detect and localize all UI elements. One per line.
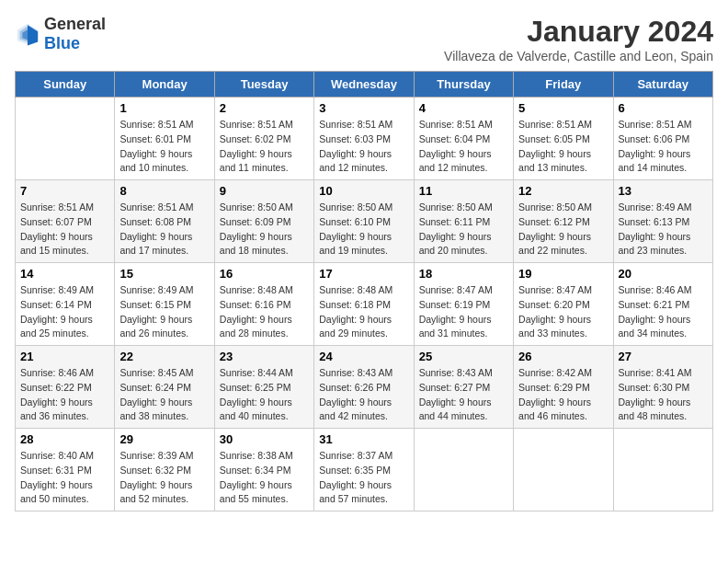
calendar-cell: 9Sunrise: 8:50 AMSunset: 6:09 PMDaylight… <box>214 180 313 263</box>
day-number: 7 <box>20 184 109 198</box>
day-number: 28 <box>20 432 109 446</box>
day-number: 23 <box>220 350 309 363</box>
logo-text: General Blue <box>44 15 106 53</box>
day-info: Sunrise: 8:37 AMSunset: 6:35 PMDaylight:… <box>319 449 408 507</box>
day-number: 9 <box>220 184 309 198</box>
day-info: Sunrise: 8:45 AMSunset: 6:24 PMDaylight:… <box>119 366 209 424</box>
main-title: January 2024 <box>444 15 713 49</box>
calendar-cell: 30Sunrise: 8:38 AMSunset: 6:34 PMDayligh… <box>214 429 313 511</box>
day-info: Sunrise: 8:44 AMSunset: 6:25 PMDaylight:… <box>220 366 309 424</box>
calendar-cell: 26Sunrise: 8:42 AMSunset: 6:29 PMDayligh… <box>514 346 613 429</box>
day-info: Sunrise: 8:47 AMSunset: 6:19 PMDaylight:… <box>419 283 508 341</box>
day-number: 26 <box>518 350 608 363</box>
day-number: 29 <box>119 432 209 446</box>
calendar-cell: 31Sunrise: 8:37 AMSunset: 6:35 PMDayligh… <box>314 429 414 511</box>
calendar-week-row: 28Sunrise: 8:40 AMSunset: 6:31 PMDayligh… <box>16 429 713 511</box>
day-info: Sunrise: 8:43 AMSunset: 6:26 PMDaylight:… <box>319 366 408 424</box>
weekday-header: Thursday <box>414 72 513 98</box>
day-info: Sunrise: 8:40 AMSunset: 6:31 PMDaylight:… <box>20 449 109 507</box>
day-info: Sunrise: 8:50 AMSunset: 6:09 PMDaylight:… <box>220 201 309 259</box>
day-number: 21 <box>20 350 109 363</box>
day-info: Sunrise: 8:38 AMSunset: 6:34 PMDaylight:… <box>220 449 309 507</box>
weekday-header: Monday <box>115 72 214 98</box>
logo-icon <box>15 21 40 47</box>
day-number: 12 <box>518 184 608 198</box>
day-number: 2 <box>220 101 309 115</box>
day-info: Sunrise: 8:49 AMSunset: 6:13 PMDaylight:… <box>619 201 708 259</box>
day-number: 3 <box>319 101 408 115</box>
day-number: 24 <box>319 350 408 363</box>
weekday-header: Friday <box>514 72 613 98</box>
calendar-cell: 29Sunrise: 8:39 AMSunset: 6:32 PMDayligh… <box>115 429 214 511</box>
weekday-header: Saturday <box>613 72 712 98</box>
calendar-table: SundayMondayTuesdayWednesdayThursdayFrid… <box>15 71 713 511</box>
calendar-cell: 7Sunrise: 8:51 AMSunset: 6:07 PMDaylight… <box>16 180 115 263</box>
day-info: Sunrise: 8:50 AMSunset: 6:11 PMDaylight:… <box>419 201 508 259</box>
day-info: Sunrise: 8:51 AMSunset: 6:05 PMDaylight:… <box>518 118 608 176</box>
calendar-body: 1Sunrise: 8:51 AMSunset: 6:01 PMDaylight… <box>16 98 713 511</box>
calendar-cell: 20Sunrise: 8:46 AMSunset: 6:21 PMDayligh… <box>613 263 712 346</box>
day-info: Sunrise: 8:47 AMSunset: 6:20 PMDaylight:… <box>518 283 608 341</box>
calendar-week-row: 21Sunrise: 8:46 AMSunset: 6:22 PMDayligh… <box>16 346 713 429</box>
subtitle: Villaveza de Valverde, Castille and Leon… <box>444 49 713 63</box>
calendar-cell <box>613 429 712 511</box>
day-number: 16 <box>220 267 309 281</box>
calendar-cell <box>414 429 513 511</box>
calendar-week-row: 7Sunrise: 8:51 AMSunset: 6:07 PMDaylight… <box>16 180 713 263</box>
calendar-cell: 28Sunrise: 8:40 AMSunset: 6:31 PMDayligh… <box>16 429 115 511</box>
calendar-cell: 17Sunrise: 8:48 AMSunset: 6:18 PMDayligh… <box>314 263 414 346</box>
day-number: 8 <box>119 184 209 198</box>
calendar-cell: 25Sunrise: 8:43 AMSunset: 6:27 PMDayligh… <box>414 346 513 429</box>
day-number: 11 <box>419 184 508 198</box>
day-number: 13 <box>619 184 708 198</box>
day-info: Sunrise: 8:39 AMSunset: 6:32 PMDaylight:… <box>119 449 209 507</box>
day-info: Sunrise: 8:41 AMSunset: 6:30 PMDaylight:… <box>619 366 708 424</box>
day-info: Sunrise: 8:51 AMSunset: 6:04 PMDaylight:… <box>419 118 508 176</box>
calendar-cell: 4Sunrise: 8:51 AMSunset: 6:04 PMDaylight… <box>414 98 513 180</box>
day-number: 6 <box>619 101 708 115</box>
day-number: 27 <box>619 350 708 363</box>
calendar-cell: 23Sunrise: 8:44 AMSunset: 6:25 PMDayligh… <box>214 346 313 429</box>
calendar-cell: 6Sunrise: 8:51 AMSunset: 6:06 PMDaylight… <box>613 98 712 180</box>
day-info: Sunrise: 8:49 AMSunset: 6:15 PMDaylight:… <box>119 283 209 341</box>
calendar-week-row: 14Sunrise: 8:49 AMSunset: 6:14 PMDayligh… <box>16 263 713 346</box>
day-info: Sunrise: 8:51 AMSunset: 6:01 PMDaylight:… <box>119 118 209 176</box>
day-number: 15 <box>119 267 209 281</box>
calendar-cell: 1Sunrise: 8:51 AMSunset: 6:01 PMDaylight… <box>115 98 214 180</box>
weekday-header: Wednesday <box>314 72 414 98</box>
day-number: 22 <box>119 350 209 363</box>
day-number: 17 <box>319 267 408 281</box>
day-info: Sunrise: 8:46 AMSunset: 6:21 PMDaylight:… <box>619 283 708 341</box>
day-number: 1 <box>119 101 209 115</box>
calendar-cell <box>514 429 613 511</box>
day-info: Sunrise: 8:50 AMSunset: 6:10 PMDaylight:… <box>319 201 408 259</box>
day-info: Sunrise: 8:43 AMSunset: 6:27 PMDaylight:… <box>419 366 508 424</box>
day-info: Sunrise: 8:51 AMSunset: 6:08 PMDaylight:… <box>119 201 209 259</box>
day-info: Sunrise: 8:51 AMSunset: 6:06 PMDaylight:… <box>619 118 708 176</box>
calendar-cell: 18Sunrise: 8:47 AMSunset: 6:19 PMDayligh… <box>414 263 513 346</box>
calendar-cell: 3Sunrise: 8:51 AMSunset: 6:03 PMDaylight… <box>314 98 414 180</box>
day-number: 19 <box>518 267 608 281</box>
weekday-row: SundayMondayTuesdayWednesdayThursdayFrid… <box>16 72 713 98</box>
calendar-header: SundayMondayTuesdayWednesdayThursdayFrid… <box>16 72 713 98</box>
calendar-cell <box>16 98 115 180</box>
weekday-header: Tuesday <box>214 72 313 98</box>
calendar-cell: 10Sunrise: 8:50 AMSunset: 6:10 PMDayligh… <box>314 180 414 263</box>
day-number: 30 <box>220 432 309 446</box>
calendar-cell: 13Sunrise: 8:49 AMSunset: 6:13 PMDayligh… <box>613 180 712 263</box>
day-info: Sunrise: 8:51 AMSunset: 6:03 PMDaylight:… <box>319 118 408 176</box>
header: General Blue January 2024 Villaveza de V… <box>15 15 713 63</box>
day-number: 18 <box>419 267 508 281</box>
calendar-cell: 21Sunrise: 8:46 AMSunset: 6:22 PMDayligh… <box>16 346 115 429</box>
day-info: Sunrise: 8:48 AMSunset: 6:18 PMDaylight:… <box>319 283 408 341</box>
day-number: 14 <box>20 267 109 281</box>
day-number: 31 <box>319 432 408 446</box>
calendar-cell: 5Sunrise: 8:51 AMSunset: 6:05 PMDaylight… <box>514 98 613 180</box>
day-number: 4 <box>419 101 508 115</box>
title-section: January 2024 Villaveza de Valverde, Cast… <box>444 15 713 63</box>
calendar-cell: 8Sunrise: 8:51 AMSunset: 6:08 PMDaylight… <box>115 180 214 263</box>
calendar-cell: 16Sunrise: 8:48 AMSunset: 6:16 PMDayligh… <box>214 263 313 346</box>
day-number: 10 <box>319 184 408 198</box>
calendar-week-row: 1Sunrise: 8:51 AMSunset: 6:01 PMDaylight… <box>16 98 713 180</box>
weekday-header: Sunday <box>16 72 115 98</box>
